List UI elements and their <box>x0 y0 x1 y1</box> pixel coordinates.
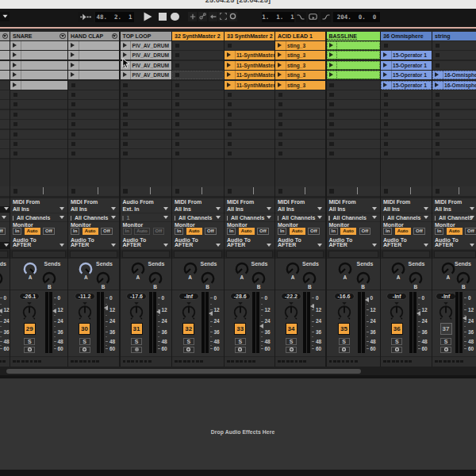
empty-clip-slot[interactable] <box>10 140 67 148</box>
clip-slot[interactable]: 11-SynthMaster 2 <box>225 61 274 70</box>
clip-play-icon[interactable] <box>329 72 333 77</box>
io-input-select[interactable]: All Ins <box>278 206 323 213</box>
io-channel-select[interactable]: All Channels <box>17 215 65 221</box>
empty-clip-slot[interactable] <box>225 41 274 50</box>
monitor-auto-button[interactable]: Auto <box>447 228 463 235</box>
track-header[interactable]: TOP LOOP <box>121 32 171 40</box>
io-output-select[interactable]: AFTER <box>435 242 475 248</box>
menu-dropdown-button[interactable] <box>0 12 10 22</box>
clip-play-icon[interactable] <box>123 43 127 48</box>
empty-clip-slot[interactable] <box>172 81 224 90</box>
arm-button[interactable] <box>79 347 90 354</box>
empty-clip-slot[interactable] <box>121 120 171 129</box>
io-output-select[interactable]: AFTER <box>227 242 272 248</box>
clip-stop-icon[interactable] <box>228 122 232 127</box>
solo-button[interactable]: S <box>286 338 297 345</box>
clip-slot[interactable] <box>10 41 67 50</box>
monitor-auto-button[interactable]: Auto <box>134 228 150 235</box>
track-activator[interactable]: 31 <box>131 323 143 335</box>
clip-slot[interactable] <box>10 81 67 90</box>
clip-stop-icon[interactable] <box>436 122 440 127</box>
arm-button[interactable] <box>286 347 297 354</box>
solo-button[interactable]: S <box>339 338 350 345</box>
pan-knob[interactable] <box>282 302 301 321</box>
clip-stop-icon[interactable] <box>175 83 180 88</box>
io-input-select[interactable]: All Ins <box>13 206 65 213</box>
empty-clip-slot[interactable] <box>432 61 476 70</box>
volume-fader-handle[interactable] <box>104 305 108 310</box>
clip-slot[interactable] <box>10 71 67 79</box>
clip-stop-icon[interactable] <box>123 152 128 156</box>
clip-stop-icon[interactable] <box>71 83 76 88</box>
stop-clips-icon[interactable] <box>436 189 440 194</box>
clip-stop-icon[interactable] <box>278 102 283 107</box>
clip-stop-icon[interactable] <box>329 93 334 98</box>
clip-play-icon[interactable] <box>71 52 75 57</box>
io-input-select[interactable]: All Ins <box>71 206 117 213</box>
empty-clip-slot[interactable] <box>381 41 432 50</box>
solo-button[interactable]: S <box>131 338 142 345</box>
empty-clip-slot[interactable] <box>275 130 325 139</box>
empty-clip-slot[interactable] <box>225 90 274 99</box>
clip-stop-icon[interactable] <box>384 152 389 156</box>
empty-clip-slot[interactable] <box>10 149 67 158</box>
clip-stop-icon[interactable] <box>13 93 18 98</box>
clip-play-icon[interactable] <box>383 63 387 67</box>
monitor-auto-button[interactable]: Auto <box>290 228 305 235</box>
track-activator[interactable]: 32 <box>182 323 194 335</box>
track-header[interactable]: string <box>432 32 476 40</box>
empty-clip-slot[interactable] <box>225 120 274 129</box>
volume-fader-handle[interactable] <box>463 316 466 321</box>
solo-button[interactable]: S <box>391 338 402 345</box>
stop-clips-icon[interactable] <box>228 189 232 194</box>
arrangement-position-display[interactable]: 48. 2. 1 <box>95 12 134 22</box>
clip-stop-icon[interactable] <box>436 44 440 48</box>
empty-clip-slot[interactable] <box>68 120 119 129</box>
empty-clip-slot[interactable] <box>275 90 325 99</box>
pan-knob[interactable] <box>387 302 406 321</box>
empty-clip-slot[interactable] <box>327 81 380 90</box>
clip-stop-icon[interactable] <box>175 102 180 107</box>
empty-clip-slot[interactable] <box>225 130 274 139</box>
clip-slot[interactable] <box>68 61 119 70</box>
empty-clip-slot[interactable] <box>68 81 119 90</box>
clip-play-icon[interactable] <box>71 43 75 48</box>
clip-slot[interactable] <box>68 41 119 50</box>
empty-clip-slot[interactable] <box>381 100 432 109</box>
clip-stop-icon[interactable] <box>278 122 283 127</box>
arm-button[interactable] <box>183 347 194 354</box>
clip-play-icon[interactable] <box>329 43 333 48</box>
volume-display[interactable]: -22.2 <box>281 293 301 300</box>
clip-play-icon[interactable] <box>278 72 282 77</box>
monitor-auto-button[interactable]: Auto <box>395 228 411 235</box>
volume-fader-handle[interactable] <box>52 309 56 313</box>
clip-play-icon[interactable] <box>278 63 282 67</box>
io-input-select[interactable]: All Ins <box>383 206 429 213</box>
clip-slot[interactable] <box>327 61 380 70</box>
group-fold-icon[interactable] <box>2 33 9 40</box>
monitor-in-button[interactable]: In <box>278 228 286 235</box>
track-header[interactable]: SNARE <box>10 32 67 40</box>
clip-slot[interactable]: PIV_AV_DRUM <box>121 71 171 79</box>
monitor-auto-button[interactable]: Auto <box>186 228 202 235</box>
clip-stop-icon[interactable] <box>71 122 76 127</box>
empty-clip-slot[interactable] <box>10 90 67 99</box>
clip-slot[interactable]: 15-Operator 1 <box>381 51 432 60</box>
clip-stop-icon[interactable] <box>71 113 76 117</box>
empty-clip-slot[interactable] <box>172 71 224 79</box>
clip-stop-icon[interactable] <box>329 102 334 107</box>
empty-clip-slot[interactable] <box>432 51 476 60</box>
record-button[interactable] <box>171 13 179 21</box>
track-activator[interactable]: 30 <box>79 323 90 335</box>
clip-slot[interactable] <box>68 71 119 79</box>
empty-clip-slot[interactable] <box>432 140 476 148</box>
clip-play-icon[interactable] <box>227 83 231 87</box>
clip-slot[interactable]: 16-Omnisphere <box>432 71 476 79</box>
empty-clip-slot[interactable] <box>327 130 380 139</box>
track-activator[interactable]: 36 <box>391 323 403 335</box>
empty-clip-slot[interactable] <box>68 100 119 109</box>
io-output-select[interactable]: AFTER <box>278 242 323 248</box>
clip-stop-icon[interactable] <box>175 73 180 78</box>
track-activator[interactable]: 34 <box>286 323 298 335</box>
empty-clip-slot[interactable] <box>172 110 224 119</box>
